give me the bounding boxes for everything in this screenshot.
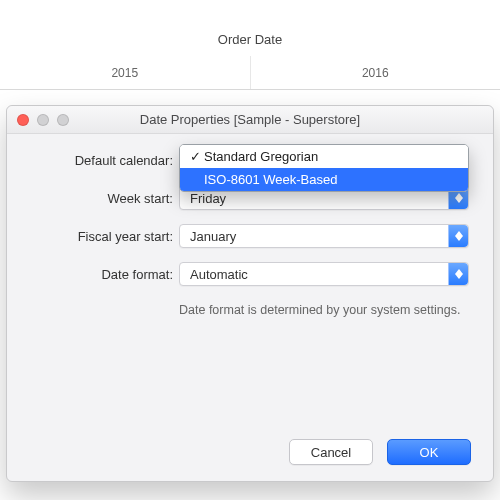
date-properties-dialog: Date Properties [Sample - Superstore] De… [6, 105, 494, 482]
label-week-start: Week start: [31, 191, 179, 206]
row-fiscal-year-start: Fiscal year start: January [31, 224, 469, 248]
bg-year-cell: 2015 [0, 56, 251, 89]
date-format-help-text: Date format is determined by your system… [179, 300, 469, 319]
window-controls [17, 114, 69, 126]
stepper-icon [448, 263, 468, 285]
option-iso-8601[interactable]: ISO-8601 Week-Based [180, 168, 468, 191]
label-fiscal-year-start: Fiscal year start: [31, 229, 179, 244]
bg-column-title: Order Date [0, 32, 500, 47]
cancel-button[interactable]: Cancel [289, 439, 373, 465]
maximize-icon [57, 114, 69, 126]
select-fiscal-year-start[interactable]: January [179, 224, 469, 248]
option-label: ISO-8601 Week-Based [204, 172, 337, 187]
select-date-format-value: Automatic [190, 267, 248, 282]
label-date-format: Date format: [31, 267, 179, 282]
select-week-start-value: Friday [190, 191, 226, 206]
stepper-icon [448, 225, 468, 247]
dialog-titlebar: Date Properties [Sample - Superstore] [7, 106, 493, 134]
dropdown-default-calendar[interactable]: ✓ Standard Gregorian ISO-8601 Week-Based [179, 144, 469, 192]
select-fiscal-year-start-value: January [190, 229, 236, 244]
row-date-format-help: Date format is determined by your system… [31, 300, 469, 319]
dialog-button-bar: Cancel OK [7, 429, 493, 481]
option-label: Standard Gregorian [204, 149, 318, 164]
dialog-title: Date Properties [Sample - Superstore] [7, 112, 493, 127]
checkmark-icon: ✓ [186, 149, 204, 164]
ok-button[interactable]: OK [387, 439, 471, 465]
row-date-format: Date format: Automatic [31, 262, 469, 286]
dialog-form: Default calendar: Standard Gregorian Wee… [7, 134, 493, 429]
select-date-format[interactable]: Automatic [179, 262, 469, 286]
bg-year-axis: 2015 2016 [0, 56, 500, 90]
minimize-icon [37, 114, 49, 126]
option-standard-gregorian[interactable]: ✓ Standard Gregorian [180, 145, 468, 168]
label-default-calendar: Default calendar: [31, 153, 179, 168]
close-icon[interactable] [17, 114, 29, 126]
bg-year-cell: 2016 [251, 56, 501, 89]
